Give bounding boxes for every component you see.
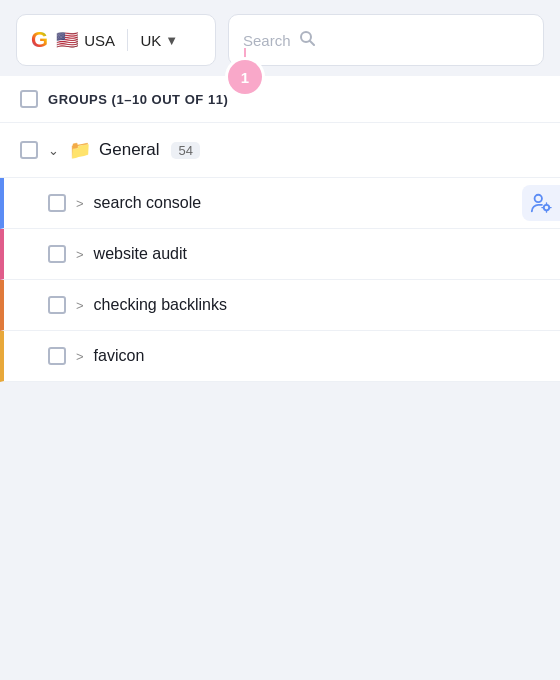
vertical-divider (127, 29, 129, 51)
search-icon (299, 30, 315, 50)
item-checkbox[interactable] (48, 347, 66, 365)
general-count-badge: 54 (171, 142, 199, 159)
folder-icon: 📁 (69, 139, 91, 161)
item-label: favicon (94, 347, 145, 365)
item-label: website audit (94, 245, 187, 263)
item-checkbox[interactable] (48, 245, 66, 263)
svg-line-1 (310, 41, 314, 45)
region-selector[interactable]: UK ▼ (140, 32, 178, 49)
country-label: USA (84, 32, 115, 49)
groups-header: GROUPS (1–10 OUT OF 11) (0, 76, 560, 123)
badge-container: 1 (228, 60, 262, 94)
chevron-right-icon[interactable]: > (76, 196, 84, 211)
list-item[interactable]: > checking backlinks (0, 280, 560, 331)
svg-point-3 (544, 205, 550, 211)
list-item[interactable]: > search console (0, 178, 560, 229)
user-icon-button[interactable] (522, 185, 560, 221)
chevron-right-icon[interactable]: > (76, 247, 84, 262)
chevron-right-icon[interactable]: > (76, 298, 84, 313)
general-group-row[interactable]: ⌄ 📁 General 54 (0, 123, 560, 178)
svg-point-2 (535, 195, 542, 202)
country-flag: 🇺🇸 (56, 29, 78, 51)
chevron-down-icon[interactable]: ⌄ (48, 143, 59, 158)
top-bar: G 🇺🇸 USA UK ▼ 1 Search (0, 0, 560, 76)
region-label: UK (140, 32, 161, 49)
step-badge: 1 (228, 60, 262, 94)
main-content: GROUPS (1–10 OUT OF 11) ⌄ 📁 General 54 >… (0, 76, 560, 382)
locale-selector[interactable]: G 🇺🇸 USA UK ▼ (16, 14, 216, 66)
search-box[interactable]: Search (228, 14, 544, 66)
groups-select-all-checkbox[interactable] (20, 90, 38, 108)
groups-title: GROUPS (1–10 OUT OF 11) (48, 92, 228, 107)
item-label: search console (94, 194, 202, 212)
list-item[interactable]: > favicon (0, 331, 560, 382)
google-logo: G (31, 27, 48, 53)
list-item[interactable]: > website audit (0, 229, 560, 280)
chevron-down-icon: ▼ (165, 33, 178, 48)
item-checkbox[interactable] (48, 194, 66, 212)
search-placeholder: Search (243, 32, 291, 49)
chevron-right-icon[interactable]: > (76, 349, 84, 364)
general-label: General (99, 140, 159, 160)
general-checkbox[interactable] (20, 141, 38, 159)
item-label: checking backlinks (94, 296, 227, 314)
item-checkbox[interactable] (48, 296, 66, 314)
